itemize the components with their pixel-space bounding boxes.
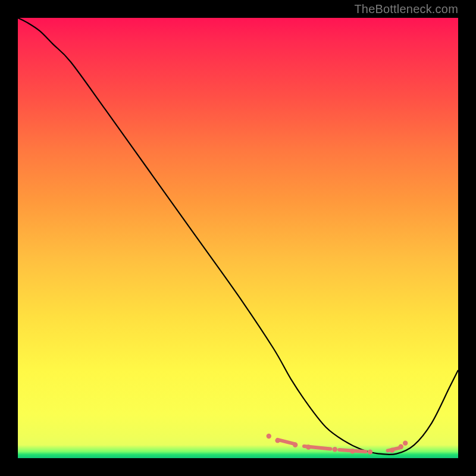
marker-dot [403,441,408,446]
marker-dot [368,449,372,454]
plot-area [18,18,458,458]
marker-dot [399,444,403,449]
chart-frame: TheBottleneck.com [0,0,476,476]
marker-dot [390,448,394,453]
watermark-text: TheBottleneck.com [354,2,458,16]
marker-dot [350,449,355,453]
marker-dot [267,434,271,439]
marker-dot [306,444,311,449]
marker-dash [278,440,296,444]
marker-dot [275,438,280,443]
chart-svg [18,18,458,458]
marker-dot [333,447,337,452]
marker-dot [293,443,298,447]
curve-line [18,18,458,455]
